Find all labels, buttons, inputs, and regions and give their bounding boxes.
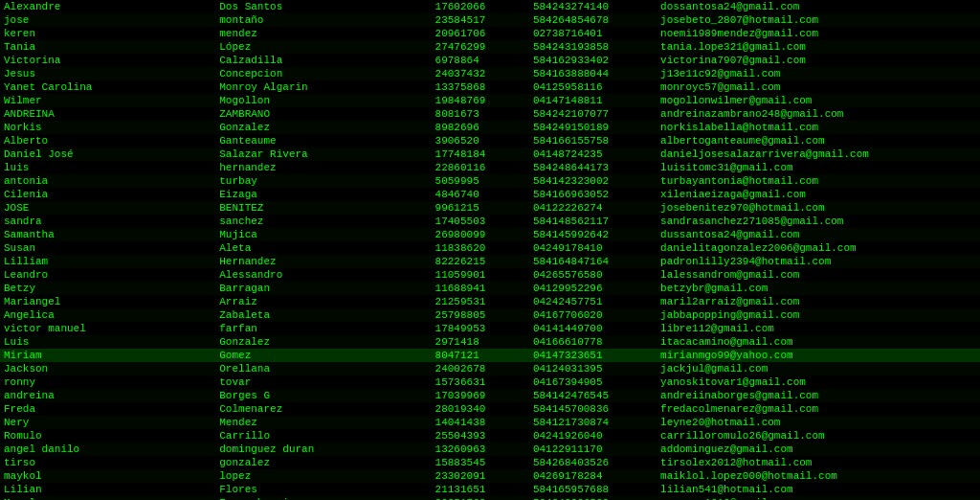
table-cell: victorina7907@gmail.com [657,54,980,67]
table-cell: itacacamino@gmail.com [657,335,980,349]
table-cell: 15883545 [432,456,529,469]
table-cell: 23302091 [432,469,529,483]
table-row: josemontaño23584517584264854678josebeto_… [0,13,980,27]
table-cell: danielitagonzalez2006@gmail.com [657,241,980,255]
table-cell: norkislabella@hotmail.com [657,121,980,134]
table-cell: 04147323651 [529,349,657,362]
table-cell: Nery [0,416,215,429]
table-row: JOSEBENITEZ996121504122226274josebenitez… [0,201,980,215]
table-row: sandrasanchez17405503584148562117sandras… [0,215,980,228]
table-cell: Jesus [0,67,215,80]
table-row: RomuloCarrillo2550439304241926040carrill… [0,429,980,443]
table-cell: 04125958116 [529,80,657,94]
table-cell: 584243193858 [529,40,657,54]
table-cell: tania.lope321@gmail.com [657,40,980,54]
table-cell: yanoskitovar1@gmail.com [657,375,980,389]
table-cell: Lilian [0,483,215,496]
table-row: JesusConcepcion24037432584163888044j13e1… [0,67,980,80]
table-row: ANDREINAZAMBRANO8081673584242107077andre… [0,107,980,121]
table-cell: 04167706020 [529,308,657,322]
table-cell: Gomez [215,349,431,362]
table-cell: ANDREINA [0,107,215,121]
table-cell: 04269178284 [529,469,657,483]
table-cell: mogollonwilmer@gmail.com [657,94,980,107]
table-cell: 584142476545 [529,389,657,402]
table-row: AngelicaZabaleta2579880504167706020jabba… [0,308,980,322]
table-cell: 17405503 [432,215,529,228]
table-cell: turbayantonia@hotmail.com [657,174,980,188]
table-row: NeryMendez14041438584121730874leyne20@ho… [0,416,980,429]
table-cell: 04249178410 [529,241,657,255]
table-cell: 584264854678 [529,13,657,27]
table-cell: Zabaleta [215,308,431,322]
table-cell: Wilmer [0,94,215,107]
table-cell: 15736631 [432,375,529,389]
table-cell: 584249150189 [529,121,657,134]
table-cell: josebeto_2807@hotmail.com [657,13,980,27]
table-cell: Norkis [0,121,215,134]
table-cell: Aleta [215,241,431,255]
table-cell: dussantosa24@gmail.com [657,228,980,241]
table-cell: 584165957688 [529,483,657,496]
table-cell: j13e11c92@gmail.com [657,67,980,80]
table-cell: 13260963 [432,443,529,456]
table-cell: Alberto [0,134,215,148]
table-row: MiriamGomez804712104147323651mirianmgo99… [0,349,980,362]
table-cell: 584268403526 [529,456,657,469]
table-row: LilianFlores21131651584165957688lilian54… [0,483,980,496]
table-row: antoniaturbay5059995584142323002turbayan… [0,174,980,188]
table-cell: sanchez [215,215,431,228]
table-cell: 584164847164 [529,255,657,268]
table-cell: 04122226274 [529,201,657,215]
table-cell: 21131651 [432,483,529,496]
table-cell: maiklol.lopez000@hotmail.com [657,469,980,483]
table-cell: tovar [215,375,431,389]
table-cell: dossantosa24@gmail.com [657,0,980,13]
records-table: AlexandreDos Santos17602066584243274140d… [0,0,980,500]
table-cell: López [215,40,431,54]
table-cell: padronlilly2394@hotmail.com [657,255,980,268]
table-cell: 04242457751 [529,295,657,308]
table-cell: 82226215 [432,255,529,268]
table-cell: 20251768 [432,496,529,500]
table-row: Yanet CarolinaMonroy Algarin133758680412… [0,80,980,94]
table-cell: ZAMBRANO [215,107,431,121]
table-cell: Barragan [215,282,431,295]
table-cell: 04166610778 [529,335,657,349]
table-row: tirsogonzalez15883545584268403526tirsole… [0,456,980,469]
table-row: ManoloFares barrios20251768584243236532m… [0,496,980,500]
table-cell: Calzadilla [215,54,431,67]
table-cell: 8047121 [432,349,529,362]
table-cell: sandrasanchez271085@gmail.com [657,215,980,228]
table-cell: Yanet Carolina [0,80,215,94]
table-cell: 22860116 [432,161,529,174]
table-cell: 25798805 [432,308,529,322]
table-cell: 04241926040 [529,429,657,443]
table-cell: maykol [0,469,215,483]
table-cell: 25504393 [432,429,529,443]
table-cell: luis [0,161,215,174]
table-cell: Ganteaume [215,134,431,148]
table-cell: 24002678 [432,362,529,375]
table-cell: sandra [0,215,215,228]
table-cell: Romulo [0,429,215,443]
table-cell: Concepcion [215,67,431,80]
table-cell: 04124031395 [529,362,657,375]
table-cell: luisitomc31@gmail.com [657,161,980,174]
table-row: Daniel JoséSalazar Rivera177481840414872… [0,148,980,161]
table-cell: Dos Santos [215,0,431,13]
table-cell: 17039969 [432,389,529,402]
table-cell: 28019340 [432,402,529,416]
table-cell: danieljosesalazarrivera@gmail.com [657,148,980,161]
table-row: LuisGonzalez297141804166610778itacacamin… [0,335,980,349]
table-cell: 17602066 [432,0,529,13]
table-cell: Victorina [0,54,215,67]
table-cell: 11688941 [432,282,529,295]
table-row: andreinaBorges G17039969584142476545andr… [0,389,980,402]
table-cell: 584163888044 [529,67,657,80]
table-row: kerenmendez2096170602738716401noemi1989m… [0,27,980,40]
table-row: AlexandreDos Santos17602066584243274140d… [0,0,980,13]
table-cell: 3906520 [432,134,529,148]
table-cell: 17748184 [432,148,529,161]
table-row: ronnytovar1573663104167394905yanoskitova… [0,375,980,389]
